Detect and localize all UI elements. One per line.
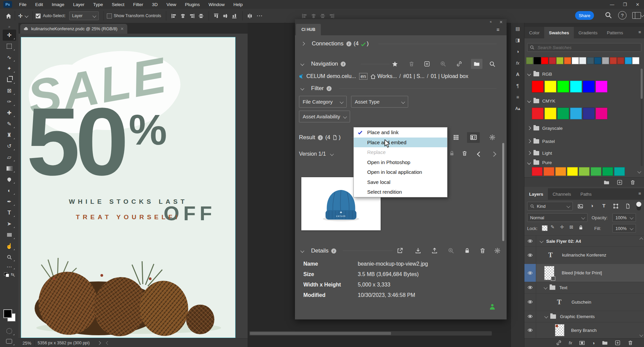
cihub-scrollbar[interactable] <box>502 143 504 241</box>
add-collection-icon[interactable] <box>424 61 430 67</box>
swatch[interactable] <box>541 57 548 64</box>
swatch[interactable] <box>544 167 554 176</box>
new-adjustment-layer-icon[interactable]: ◑ <box>592 340 595 346</box>
eyedropper-tool[interactable]: ✑ <box>3 96 16 107</box>
user-online-icon[interactable] <box>489 303 496 310</box>
tab-paths[interactable]: Paths <box>576 188 596 200</box>
rectangle-tool[interactable] <box>3 229 16 240</box>
lock-transparency-icon[interactable] <box>542 225 548 231</box>
layer-row-text[interactable]: T kulinarische Konferenz <box>524 246 644 264</box>
swatch[interactable] <box>632 57 639 64</box>
trash-icon[interactable] <box>479 247 486 254</box>
panel-collapse-icon[interactable]: « <box>490 20 492 24</box>
zoom-level[interactable]: 25% <box>23 341 31 346</box>
layer-filter-kind-dropdown[interactable]: Kind <box>527 202 573 210</box>
swatch[interactable] <box>579 57 586 64</box>
swatch[interactable] <box>570 108 582 119</box>
chevron-down-icon[interactable] <box>300 62 304 66</box>
layer-row-group-graphics[interactable]: Graphic Elements <box>524 311 644 322</box>
swatch[interactable] <box>564 57 571 64</box>
visibility-eye-icon[interactable] <box>524 236 536 246</box>
swap-colors-icon[interactable]: ⇆ <box>3 271 16 278</box>
breadcrumb-segment[interactable]: Works... <box>377 73 397 79</box>
chevron-down-icon[interactable] <box>300 249 304 253</box>
quick-mask-button[interactable] <box>2 325 16 337</box>
swatches-search[interactable] <box>527 43 641 52</box>
auto-select-checkbox[interactable] <box>36 13 41 18</box>
menu-item-open-in-photoshop[interactable]: Open in Photoshop <box>354 157 447 167</box>
scroll-more-chevron-icon[interactable] <box>637 169 641 173</box>
new-layer-icon[interactable] <box>615 340 620 346</box>
hand-tool[interactable]: ☝ <box>3 240 16 252</box>
align-center-icon[interactable] <box>180 13 186 19</box>
distribute-horizontal-icon[interactable] <box>198 13 204 19</box>
breadcrumb-connection[interactable]: CELUM demo.celu... <box>306 73 356 79</box>
layer-row-artboard[interactable]: Sale Flyer 02: A4 <box>524 235 644 247</box>
eraser-tool[interactable]: ▱ <box>3 152 16 163</box>
asset-type-dropdown[interactable]: Asset Type <box>351 96 408 108</box>
swatch[interactable] <box>557 108 569 119</box>
favorites-star-icon[interactable] <box>392 61 398 67</box>
panel-close-icon[interactable] <box>499 20 503 24</box>
app-search-icon[interactable] <box>605 11 612 19</box>
tab-layers[interactable]: Layers <box>524 188 548 200</box>
swatch[interactable] <box>594 57 601 64</box>
result-settings-gear-icon[interactable] <box>489 134 496 141</box>
lasso-tool[interactable]: ∿ <box>3 52 16 63</box>
menu-plugins[interactable]: Plugins <box>180 2 204 7</box>
swatch[interactable] <box>549 57 556 64</box>
tab-color[interactable]: Color <box>524 27 544 38</box>
swatch[interactable] <box>602 167 613 176</box>
lock-position-icon[interactable]: ✛ <box>560 224 564 230</box>
swatch[interactable] <box>567 167 578 176</box>
show-transform-checkbox[interactable] <box>107 13 112 18</box>
chevron-down-icon[interactable] <box>544 314 548 318</box>
chevron-down-icon[interactable] <box>544 285 547 289</box>
share-button[interactable]: Share <box>575 11 594 20</box>
gradient-tool[interactable] <box>3 163 16 174</box>
zoom-tool[interactable] <box>3 252 16 263</box>
open-external-icon[interactable] <box>397 247 403 254</box>
swatch[interactable] <box>596 81 607 92</box>
breadcrumb-segment[interactable]: #01 | S... <box>397 73 425 79</box>
tab-channels[interactable]: Channels <box>548 188 576 200</box>
menu-window[interactable]: Window <box>204 2 229 7</box>
history-brush-tool[interactable]: ↺ <box>3 141 16 152</box>
swatch[interactable] <box>532 167 543 176</box>
home-icon[interactable] <box>5 13 12 19</box>
blur-tool[interactable] <box>3 174 16 185</box>
dodge-tool[interactable]: ◐ <box>3 185 16 196</box>
swatch[interactable] <box>556 57 563 64</box>
layer-filter-toggle[interactable] <box>637 202 641 210</box>
swatch[interactable] <box>583 108 595 119</box>
menu-item-place-and-embed[interactable]: Place and embed <box>354 138 447 148</box>
tool-preset-chevron-icon[interactable] <box>25 14 29 17</box>
new-swatch-icon[interactable] <box>617 180 622 185</box>
crop-tool[interactable] <box>3 74 16 85</box>
fill-field[interactable]: 100% <box>612 224 636 233</box>
panel-menu-icon[interactable]: ≡ <box>635 27 644 38</box>
filter-smart-objects-icon[interactable] <box>625 203 631 209</box>
swatch-group-pastel[interactable]: Pastel <box>524 136 644 147</box>
new-group-folder-icon[interactable] <box>604 180 609 185</box>
swatch[interactable] <box>545 108 556 119</box>
home-icon[interactable] <box>370 74 376 79</box>
align-bottom-icon[interactable] <box>232 13 238 19</box>
menu-3d[interactable]: 3D <box>147 2 162 7</box>
panel-paragraph-icon[interactable]: ¶ <box>511 80 524 91</box>
menu-type[interactable]: Type <box>89 2 107 7</box>
blend-mode-dropdown[interactable]: Normal <box>527 213 588 222</box>
delete-layer-icon[interactable] <box>628 340 633 346</box>
menu-file[interactable]: File <box>15 2 31 7</box>
auto-select-target-dropdown[interactable]: Layer <box>69 11 99 20</box>
lock-icon[interactable] <box>464 247 470 254</box>
swatch[interactable] <box>572 57 579 64</box>
document-tab[interactable]: kulinarischeKonferenz.psdc @ 25% (RGB/8) <box>20 24 127 34</box>
chevron-down-icon[interactable] <box>330 152 334 156</box>
grid-view-icon[interactable] <box>453 134 459 141</box>
frame-tool[interactable]: ⊠ <box>3 85 16 96</box>
swatch[interactable] <box>587 57 594 64</box>
distribute-vertical-icon[interactable] <box>247 13 253 19</box>
chevron-down-icon[interactable] <box>300 86 304 90</box>
tab-patterns[interactable]: Patterns <box>602 27 628 38</box>
